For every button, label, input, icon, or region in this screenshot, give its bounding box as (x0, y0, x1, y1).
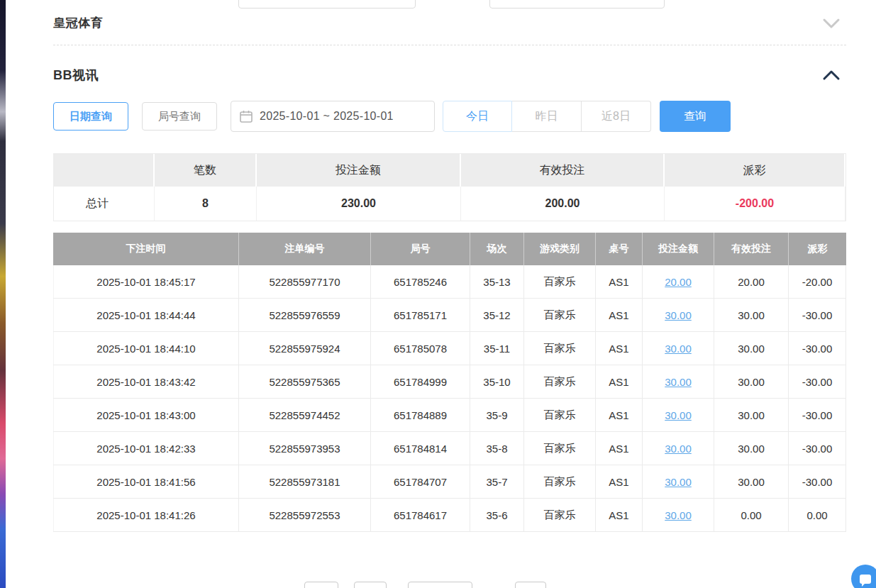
summary-header-payout: 派彩 (665, 154, 845, 187)
cell-table-number: AS1 (596, 465, 643, 498)
cell-bet-time: 2025-10-01 18:44:10 (53, 332, 239, 365)
cell-table-number: AS1 (596, 365, 643, 398)
summary-header-count: 笔数 (155, 154, 257, 187)
table-row: 2025-10-01 18:42:33 522855973953 6517848… (53, 432, 846, 465)
round-query-tab[interactable]: 局号查询 (142, 102, 217, 131)
quick-last8days-button[interactable]: 近8日 (582, 101, 651, 132)
cell-table-number: AS1 (596, 332, 643, 365)
cell-game-type: 百家乐 (524, 365, 596, 398)
cell-slip-number: 522855973181 (239, 465, 371, 498)
customer-service-button[interactable] (851, 565, 876, 588)
cell-round-number: 651784889 (371, 399, 470, 431)
cell-valid-bet: 30.00 (714, 432, 789, 465)
cell-game-type: 百家乐 (524, 465, 596, 498)
cell-session: 35-12 (470, 299, 524, 331)
header-bet-time: 下注时间 (53, 233, 239, 265)
header-round-number: 局号 (371, 233, 470, 265)
cell-game-type: 百家乐 (524, 499, 596, 531)
filter-toolbar: 日期查询 局号查询 2025-10-01 ~ 2025-10-01 今日 昨日 … (53, 101, 846, 132)
summary-total-valid: 200.00 (461, 187, 665, 221)
cell-round-number: 651785246 (371, 265, 470, 298)
cell-session: 35-7 (470, 465, 524, 498)
bet-amount-link[interactable]: 30.00 (665, 343, 692, 355)
cell-bet-time: 2025-10-01 18:43:00 (53, 399, 239, 431)
header-bet-amount: 投注金额 (643, 233, 714, 265)
table-row: 2025-10-01 18:43:42 522855975365 6517849… (53, 365, 846, 399)
date-query-tab[interactable]: 日期查询 (53, 102, 128, 131)
cell-slip-number: 522855973953 (239, 432, 371, 465)
table-row: 2025-10-01 18:43:00 522855974452 6517848… (53, 399, 846, 432)
cell-game-type: 百家乐 (524, 265, 596, 298)
cell-payout: -30.00 (789, 465, 846, 498)
bet-amount-link[interactable]: 30.00 (665, 509, 692, 521)
cell-valid-bet: 30.00 (714, 299, 789, 331)
cell-bet-time: 2025-10-01 18:44:44 (53, 299, 239, 331)
bet-amount-link[interactable]: 30.00 (665, 376, 692, 388)
table-row: 2025-10-01 18:45:17 522855977170 6517852… (53, 265, 846, 299)
crown-sports-title: 皇冠体育 (53, 15, 103, 31)
pagination-button-3[interactable] (515, 582, 546, 588)
summary-total-payout: -200.00 (665, 187, 845, 221)
cell-valid-bet: 30.00 (714, 332, 789, 365)
cell-payout: 0.00 (789, 499, 846, 531)
table-row: 2025-10-01 18:41:26 522855972553 6517846… (53, 499, 846, 532)
table-row: 2025-10-01 18:44:10 522855975924 6517850… (53, 332, 846, 365)
cell-bet-time: 2025-10-01 18:42:33 (53, 432, 239, 465)
bet-records-header-row: 下注时间 注单编号 局号 场次 游戏类别 桌号 投注金额 有效投注 派彩 (53, 233, 846, 265)
search-button[interactable]: 查询 (660, 101, 731, 132)
cell-round-number: 651784814 (371, 432, 470, 465)
cell-payout: -30.00 (789, 365, 846, 398)
cell-round-number: 651784617 (371, 499, 470, 531)
cell-payout: -30.00 (789, 332, 846, 365)
cell-bet-time: 2025-10-01 18:45:17 (53, 265, 239, 298)
cell-round-number: 651784707 (371, 465, 470, 498)
cell-slip-number: 522855977170 (239, 265, 371, 298)
header-game-type: 游戏类别 (524, 233, 596, 265)
bet-records-table: 下注时间 注单编号 局号 场次 游戏类别 桌号 投注金额 有效投注 派彩 202… (53, 233, 846, 532)
summary-total-row: 总计 8 230.00 200.00 -200.00 (54, 187, 845, 221)
cell-table-number: AS1 (596, 299, 643, 331)
header-payout: 派彩 (789, 233, 846, 265)
cell-round-number: 651785078 (371, 332, 470, 365)
pagination-button-1[interactable] (304, 582, 338, 588)
cell-payout: -30.00 (789, 432, 846, 465)
bet-amount-link[interactable]: 20.00 (665, 276, 692, 288)
cell-session: 35-10 (470, 365, 524, 398)
cell-game-type: 百家乐 (524, 299, 596, 331)
section-bb-video[interactable]: BB视讯 (53, 65, 846, 85)
summary-header-row: 笔数 投注金额 有效投注 派彩 (54, 154, 845, 187)
background-art-strip (0, 0, 6, 588)
cell-valid-bet: 30.00 (714, 465, 789, 498)
cell-payout: -20.00 (789, 265, 846, 298)
quick-yesterday-button[interactable]: 昨日 (512, 101, 582, 132)
date-range-picker[interactable]: 2025-10-01 ~ 2025-10-01 (231, 101, 435, 132)
bet-amount-link[interactable]: 30.00 (665, 443, 692, 455)
cell-round-number: 651784999 (371, 365, 470, 398)
table-row: 2025-10-01 18:44:44 522855976559 6517851… (53, 299, 846, 332)
summary-total-label: 总计 (54, 187, 155, 221)
bet-amount-link[interactable]: 30.00 (665, 309, 692, 321)
header-table-number: 桌号 (596, 233, 643, 265)
pagination-button-2[interactable] (354, 582, 387, 588)
bet-amount-link[interactable]: 30.00 (665, 476, 692, 488)
summary-total-count: 8 (155, 187, 257, 221)
summary-table: 笔数 投注金额 有效投注 派彩 总计 8 230.00 200.00 -200.… (53, 153, 846, 221)
bet-records-body: 2025-10-01 18:45:17 522855977170 6517852… (53, 265, 846, 532)
cell-session: 35-11 (470, 332, 524, 365)
header-valid-bet: 有效投注 (714, 233, 789, 265)
quick-range-group: 今日 昨日 近8日 (443, 101, 651, 132)
chevron-down-icon[interactable] (822, 18, 841, 29)
chevron-up-icon[interactable] (822, 70, 841, 81)
pagination-page-select[interactable] (408, 582, 472, 588)
section-crown-sports[interactable]: 皇冠体育 (53, 0, 846, 45)
header-session: 场次 (470, 233, 524, 265)
bet-amount-link[interactable]: 30.00 (665, 409, 692, 421)
quick-today-button[interactable]: 今日 (443, 101, 512, 132)
header-slip-number: 注单编号 (239, 233, 371, 265)
date-range-value: 2025-10-01 ~ 2025-10-01 (260, 110, 394, 123)
cell-table-number: AS1 (596, 499, 643, 531)
cell-game-type: 百家乐 (524, 432, 596, 465)
summary-header-valid: 有效投注 (461, 154, 665, 187)
summary-header-bet: 投注金额 (257, 154, 461, 187)
cell-valid-bet: 30.00 (714, 365, 789, 398)
